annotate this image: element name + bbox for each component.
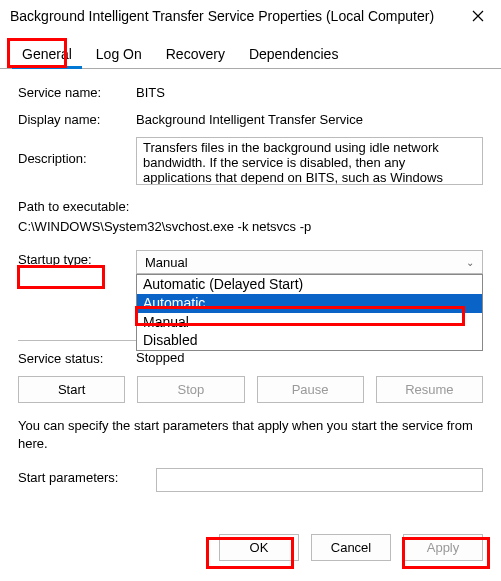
value-service-name: BITS [136,83,483,100]
tab-recovery[interactable]: Recovery [154,40,237,68]
value-path: C:\WINDOWS\System32\svchost.exe -k netsv… [18,217,483,237]
hint-text: You can specify the start parameters tha… [18,417,483,452]
start-parameters-input[interactable] [156,468,483,492]
label-description: Description: [18,137,136,166]
startup-type-value: Manual [145,255,188,270]
tab-log-on[interactable]: Log On [84,40,154,68]
label-start-parameters: Start parameters: [18,468,156,485]
cancel-button[interactable]: Cancel [311,534,391,561]
resume-button[interactable]: Resume [376,376,483,403]
close-icon [472,10,484,22]
titlebar: Background Intelligent Transfer Service … [0,0,501,32]
tab-dependencies[interactable]: Dependencies [237,40,351,68]
label-startup-type: Startup type: [18,250,136,267]
startup-type-dropdown: Automatic (Delayed Start) Automatic Manu… [136,274,483,351]
option-automatic-delayed[interactable]: Automatic (Delayed Start) [137,275,482,294]
value-service-status: Stopped [136,350,184,365]
ok-button[interactable]: OK [219,534,299,561]
startup-type-select[interactable]: Manual ⌄ [136,250,483,274]
label-service-name: Service name: [18,83,136,100]
tab-general[interactable]: General [10,40,84,68]
description-box[interactable]: Transfers files in the background using … [136,137,483,185]
pause-button[interactable]: Pause [257,376,364,403]
option-manual[interactable]: Manual [137,313,482,332]
start-button[interactable]: Start [18,376,125,403]
label-service-status: Service status: [18,349,136,366]
label-path: Path to executable: [18,197,483,217]
stop-button[interactable]: Stop [137,376,244,403]
option-automatic[interactable]: Automatic [137,294,482,313]
label-display-name: Display name: [18,110,136,127]
value-display-name: Background Intelligent Transfer Service [136,110,483,127]
close-button[interactable] [455,0,501,32]
option-disabled[interactable]: Disabled [137,331,482,350]
chevron-down-icon: ⌄ [466,257,474,268]
apply-button[interactable]: Apply [403,534,483,561]
window-title: Background Intelligent Transfer Service … [10,8,434,24]
tab-bar: General Log On Recovery Dependencies [0,32,501,69]
